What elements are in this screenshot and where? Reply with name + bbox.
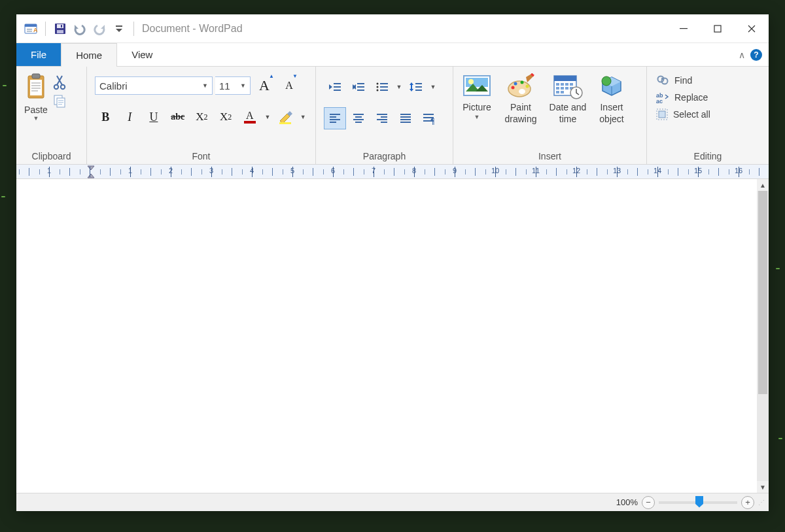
zoom-slider[interactable] [659, 501, 737, 504]
close-button[interactable] [735, 14, 769, 43]
svg-rect-29 [334, 90, 341, 91]
superscript-button[interactable]: X2 [215, 106, 237, 128]
redo-button[interactable] [90, 20, 109, 38]
svg-rect-82 [556, 91, 559, 93]
svg-rect-24 [58, 102, 63, 103]
scroll-up-icon[interactable]: ▲ [757, 179, 769, 191]
svg-rect-36 [380, 83, 388, 84]
group-font: Calibri ▼ 11 ▼ A▲ A▼ [87, 67, 316, 164]
font-color-button[interactable]: A [239, 106, 261, 128]
replace-button[interactable]: abac Replace [656, 91, 759, 103]
shrink-font-button[interactable]: A▼ [278, 75, 300, 97]
find-button[interactable]: Find [656, 75, 759, 86]
ruler[interactable]: 211234567891011121314151617 [16, 165, 769, 179]
svg-point-67 [519, 89, 525, 94]
font-name-combo[interactable]: Calibri ▼ [95, 76, 213, 95]
insert-object-label: Insert object [593, 102, 630, 125]
ribbon-tabs: File Home View ∧ ? [16, 43, 769, 67]
insert-object-button[interactable]: Insert object [593, 73, 630, 148]
svg-rect-59 [423, 114, 434, 115]
tab-file[interactable]: File [16, 43, 61, 66]
indent-marker-icon[interactable] [87, 165, 95, 179]
svg-rect-11 [714, 25, 721, 32]
underline-button[interactable]: U [143, 106, 165, 128]
window-title: Document - WordPad [142, 23, 243, 35]
font-color-dropdown[interactable]: ▼ [263, 106, 271, 128]
wordpad-window: A Document - WordPad File Hom [16, 14, 769, 511]
svg-rect-31 [357, 86, 364, 88]
document-canvas[interactable] [16, 179, 757, 493]
bold-button[interactable]: B [95, 106, 116, 128]
svg-rect-50 [355, 122, 362, 123]
svg-rect-25 [58, 104, 62, 105]
undo-button[interactable] [71, 20, 89, 38]
grow-font-button[interactable]: A▲ [253, 75, 275, 97]
svg-rect-43 [330, 114, 340, 115]
paste-button[interactable] [24, 73, 48, 102]
strikethrough-button[interactable]: abc [167, 106, 188, 128]
subscript-button[interactable]: X2 [191, 106, 213, 128]
help-button[interactable]: ? [750, 49, 762, 61]
scroll-thumb[interactable] [758, 191, 767, 394]
zoom-in-button[interactable]: + [741, 496, 754, 509]
decrease-indent-button[interactable] [324, 76, 346, 98]
bullet-list-dropdown[interactable]: ▼ [394, 76, 404, 98]
picture-dropdown[interactable]: ▼ [474, 114, 480, 120]
svg-rect-9 [116, 25, 122, 27]
insert-datetime-button[interactable]: Date and time [546, 73, 589, 148]
save-button[interactable] [51, 20, 69, 38]
find-label: Find [674, 75, 692, 86]
svg-rect-16 [31, 85, 41, 86]
zoom-out-button[interactable]: − [642, 496, 655, 509]
cut-button[interactable] [53, 75, 66, 90]
highlight-dropdown[interactable]: ▼ [298, 106, 307, 128]
align-justify-button[interactable] [394, 107, 417, 129]
zoom-thumb[interactable] [695, 496, 703, 508]
increase-indent-button[interactable] [347, 76, 370, 98]
status-bar: 100% − + ⋰ [16, 493, 769, 511]
svg-point-66 [508, 81, 531, 97]
minimize-ribbon-button[interactable]: ∧ [739, 50, 745, 60]
insert-picture-label: Picture [462, 102, 491, 114]
line-spacing-dropdown[interactable]: ▼ [428, 76, 438, 98]
svg-rect-57 [400, 119, 411, 120]
insert-paint-button[interactable]: Paint drawing [499, 73, 542, 148]
insert-group-label: Insert [459, 148, 641, 164]
minimize-button[interactable] [667, 14, 701, 43]
svg-rect-58 [400, 122, 411, 123]
svg-rect-83 [561, 91, 564, 93]
maximize-button[interactable] [701, 14, 735, 43]
insert-datetime-label: Date and time [546, 102, 589, 125]
select-all-button[interactable]: Select all [656, 108, 759, 120]
align-right-button[interactable] [371, 107, 393, 129]
paragraph-settings-button[interactable]: ¶ [418, 107, 440, 129]
align-left-button[interactable] [324, 107, 346, 129]
italic-button[interactable]: I [119, 106, 141, 128]
svg-rect-10 [680, 28, 688, 29]
font-size-combo[interactable]: 11 ▼ [215, 76, 251, 95]
resize-grip-icon[interactable]: ⋰ [758, 499, 763, 506]
svg-rect-78 [556, 87, 559, 90]
bullet-list-button[interactable] [371, 76, 393, 98]
line-spacing-button[interactable] [405, 76, 427, 98]
copy-button[interactable] [53, 94, 66, 108]
svg-rect-88 [661, 78, 664, 80]
scroll-down-icon[interactable]: ▼ [757, 481, 769, 493]
font-size-value: 11 [219, 80, 230, 91]
svg-rect-8 [61, 25, 62, 27]
qat-customize-button[interactable] [110, 20, 128, 38]
svg-rect-77 [570, 83, 573, 86]
svg-rect-18 [31, 90, 38, 91]
svg-text:¶: ¶ [430, 116, 434, 125]
vertical-scrollbar[interactable]: ▲ ▼ [757, 179, 769, 493]
align-center-button[interactable] [347, 107, 370, 129]
paste-dropdown[interactable]: ▼ [33, 115, 39, 122]
insert-picture-button[interactable]: Picture ▼ [459, 73, 495, 148]
tab-view[interactable]: View [117, 43, 167, 66]
tab-home[interactable]: Home [61, 43, 117, 67]
svg-rect-92 [659, 111, 665, 118]
highlight-button[interactable] [275, 106, 296, 128]
svg-point-20 [61, 85, 65, 89]
svg-rect-32 [357, 90, 364, 91]
svg-rect-55 [400, 114, 411, 115]
